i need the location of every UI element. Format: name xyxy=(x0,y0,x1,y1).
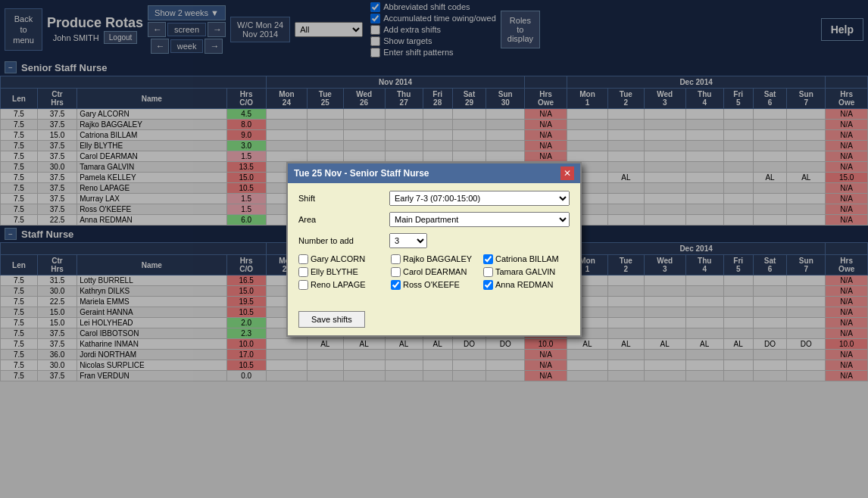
check-catriona: Catriona BILLAM xyxy=(483,254,570,264)
check-ross: Ross O'KEEFE xyxy=(391,280,477,290)
cb-gary[interactable] xyxy=(298,254,308,264)
number-select[interactable]: 1 2 3 4 5 xyxy=(389,233,427,248)
cb-carol-label: Carol DEARMAN xyxy=(403,267,467,276)
number-label: Number to add xyxy=(298,236,389,245)
modal-title-text: Tue 25 Nov - Senior Staff Nurse xyxy=(294,168,429,179)
cb-carol[interactable] xyxy=(391,267,401,277)
staff-checkboxes-grid: Gary ALCORN Rajko BAGGALEY Catriona BILL… xyxy=(298,254,570,290)
modal-body: Shift Early 7-3 (07:00-15:00) Late 3-11 … xyxy=(288,183,580,303)
cb-reno[interactable] xyxy=(298,280,308,290)
area-row: Area Main Department HDU Assessment xyxy=(298,212,570,227)
check-elly: Elly BLYTHE xyxy=(298,267,385,277)
cb-rajko[interactable] xyxy=(391,254,401,264)
shift-modal: Tue 25 Nov - Senior Staff Nurse ✕ Shift … xyxy=(286,162,582,337)
check-anna: Anna REDMAN xyxy=(483,280,570,290)
cb-catriona[interactable] xyxy=(483,254,493,264)
check-carol: Carol DEARMAN xyxy=(391,267,477,277)
cb-ross-label: Ross O'KEEFE xyxy=(403,280,460,289)
area-select[interactable]: Main Department HDU Assessment xyxy=(389,212,570,227)
cb-anna[interactable] xyxy=(483,280,493,290)
cb-rajko-label: Rajko BAGGALEY xyxy=(403,254,472,263)
shift-select[interactable]: Early 7-3 (07:00-15:00) Late 3-11 (15:00… xyxy=(389,191,570,206)
cb-tamara-label: Tamara GALVIN xyxy=(495,267,555,276)
check-rajko: Rajko BAGGALEY xyxy=(391,254,477,264)
modal-overlay: Tue 25 Nov - Senior Staff Nurse ✕ Shift … xyxy=(0,0,868,498)
check-reno: Reno LAPAGE xyxy=(298,280,385,290)
shift-row: Shift Early 7-3 (07:00-15:00) Late 3-11 … xyxy=(298,191,570,206)
cb-catriona-label: Catriona BILLAM xyxy=(495,254,559,263)
cb-ross[interactable] xyxy=(391,280,401,290)
cb-elly[interactable] xyxy=(298,267,308,277)
cb-gary-label: Gary ALCORN xyxy=(311,254,365,263)
cb-tamara[interactable] xyxy=(483,267,493,277)
modal-title-bar: Tue 25 Nov - Senior Staff Nurse ✕ xyxy=(288,163,580,183)
number-row: Number to add 1 2 3 4 5 xyxy=(298,233,570,248)
save-shifts-button[interactable]: Save shifts xyxy=(298,311,365,328)
check-tamara: Tamara GALVIN xyxy=(483,267,570,277)
cb-anna-label: Anna REDMAN xyxy=(495,280,553,289)
cb-reno-label: Reno LAPAGE xyxy=(311,280,366,289)
modal-close-button[interactable]: ✕ xyxy=(560,167,574,180)
shift-label: Shift xyxy=(298,194,389,203)
area-label: Area xyxy=(298,215,389,224)
cb-elly-label: Elly BLYTHE xyxy=(311,267,358,276)
check-gary: Gary ALCORN xyxy=(298,254,385,264)
modal-footer: Save shifts xyxy=(288,303,580,335)
